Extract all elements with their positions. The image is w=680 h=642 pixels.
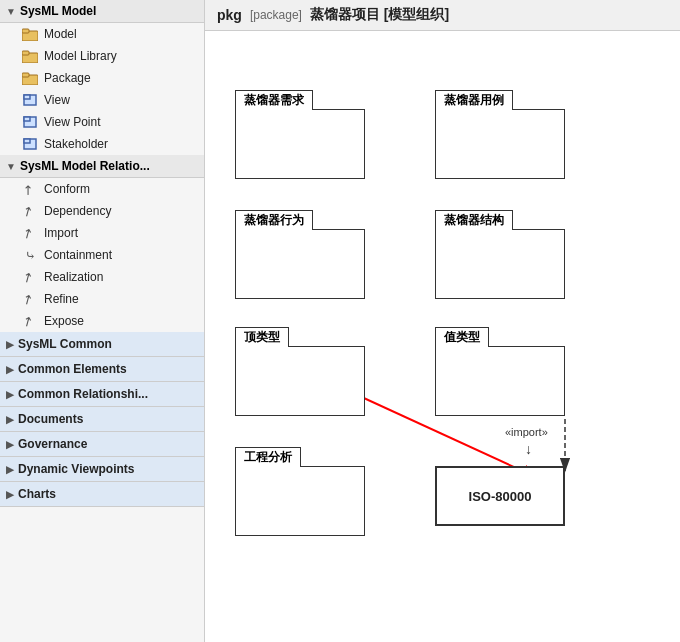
svg-rect-5 <box>22 73 29 77</box>
sidebar-item-containment-label: Containment <box>44 248 112 262</box>
sidebar-item-model[interactable]: Model <box>0 23 204 45</box>
svg-rect-3 <box>22 51 29 55</box>
pkg-box-iso[interactable]: ISO-80000 <box>435 466 565 526</box>
sidebar-section-sysml-model[interactable]: ▼ SysML Model <box>0 0 204 23</box>
folder-icon-2 <box>22 48 38 64</box>
sidebar-item-realization[interactable]: ↗ Realization <box>0 266 204 288</box>
import-arrow-symbol: ↓ <box>525 441 532 457</box>
sidebar-section-sysml-common[interactable]: ▶ SysML Common <box>0 332 204 357</box>
header-pkg-keyword: pkg <box>217 7 242 23</box>
sidebar-section-common-relationships[interactable]: ▶ Common Relationshi... <box>0 382 204 407</box>
section-arrow-charts: ▶ <box>6 489 14 500</box>
sidebar-item-stakeholder[interactable]: Stakeholder <box>0 133 204 155</box>
section-arrow-relationships: ▶ <box>6 389 14 400</box>
sidebar-item-viewpoint[interactable]: View Point <box>0 111 204 133</box>
section-arrow-dynamic: ▶ <box>6 464 14 475</box>
pkg-iso-label: ISO-80000 <box>469 489 532 504</box>
sidebar-item-import[interactable]: ↗ Import <box>0 222 204 244</box>
pkg-tab-dlx: 顶类型 <box>235 327 289 347</box>
pkg-tab-gcfx: 工程分析 <box>235 447 301 467</box>
pkg-tab-zlx: 值类型 <box>435 327 489 347</box>
arrow-icon-containment: ⤷ <box>22 247 38 263</box>
header-pkg-title: 蒸馏器项目 [模型组织] <box>310 6 449 24</box>
sidebar-section-relations[interactable]: ▼ SysML Model Relatio... <box>0 155 204 178</box>
pkg-box-zlx[interactable]: 值类型 <box>435 346 565 416</box>
sidebar-item-realization-label: Realization <box>44 270 103 284</box>
sidebar-section-common-relationships-label: Common Relationshi... <box>18 387 148 401</box>
svg-rect-1 <box>22 29 29 33</box>
arrow-icon-conform: ↗ <box>19 178 42 201</box>
sidebar-item-containment[interactable]: ⤷ Containment <box>0 244 204 266</box>
section-arrow-elements: ▶ <box>6 364 14 375</box>
sidebar-item-model-library[interactable]: Model Library <box>0 45 204 67</box>
section-arrow-governance: ▶ <box>6 439 14 450</box>
pkg-tab-jg: 蒸馏器结构 <box>435 210 513 230</box>
pkg-box-jg[interactable]: 蒸馏器结构 <box>435 229 565 299</box>
sidebar-section-dynamic-viewpoints[interactable]: ▶ Dynamic Viewpoints <box>0 457 204 482</box>
rect-icon-stakeholder <box>22 136 38 152</box>
sidebar-item-import-label: Import <box>44 226 78 240</box>
sidebar-item-view[interactable]: View <box>0 89 204 111</box>
sidebar-item-expose-label: Expose <box>44 314 84 328</box>
main-area: pkg [package] 蒸馏器项目 [模型组织] <box>205 0 680 642</box>
sidebar: ▼ SysML Model Model Model Library Packag… <box>0 0 205 642</box>
sidebar-item-expose[interactable]: ↗ Expose <box>0 310 204 332</box>
svg-rect-9 <box>24 117 30 121</box>
diagram-canvas: 蒸馏器需求 蒸馏器用例 蒸馏器行为 蒸馏器结构 顶类型 <box>205 31 680 642</box>
section-arrow-relations: ▼ <box>6 161 16 172</box>
section-arrow-common: ▶ <box>6 339 14 350</box>
header-pkg-bracket: [package] <box>250 8 302 22</box>
pkg-box-dlx[interactable]: 顶类型 <box>235 346 365 416</box>
sidebar-section-charts[interactable]: ▶ Charts <box>0 482 204 507</box>
arrow-icon-expose: ↗ <box>19 310 41 332</box>
svg-rect-7 <box>24 95 30 99</box>
sidebar-section-sysml-common-label: SysML Common <box>18 337 112 351</box>
arrow-icon-realization: ↗ <box>19 266 41 288</box>
sidebar-item-model-library-label: Model Library <box>44 49 117 63</box>
pkg-tab-xq: 蒸馏器需求 <box>235 90 313 110</box>
pkg-tab-yl: 蒸馏器用例 <box>435 90 513 110</box>
pkg-box-xw[interactable]: 蒸馏器行为 <box>235 229 365 299</box>
sidebar-section-charts-label: Charts <box>18 487 56 501</box>
sidebar-item-conform[interactable]: ↗ Conform <box>0 178 204 200</box>
sidebar-section-documents[interactable]: ▶ Documents <box>0 407 204 432</box>
rect-icon-view <box>22 92 38 108</box>
section-arrow-sysml-model: ▼ <box>6 6 16 17</box>
sidebar-item-dependency[interactable]: ↗ Dependency <box>0 200 204 222</box>
sidebar-item-package[interactable]: Package <box>0 67 204 89</box>
sidebar-section-common-elements-label: Common Elements <box>18 362 127 376</box>
pkg-box-yl[interactable]: 蒸馏器用例 <box>435 109 565 179</box>
import-stereotype-label: «import» <box>505 426 548 438</box>
sidebar-item-refine[interactable]: ↗ Refine <box>0 288 204 310</box>
pkg-tab-xw: 蒸馏器行为 <box>235 210 313 230</box>
diagram-header: pkg [package] 蒸馏器项目 [模型组织] <box>205 0 680 31</box>
sidebar-item-view-label: View <box>44 93 70 107</box>
arrow-icon-refine: ↗ <box>19 288 41 310</box>
sidebar-item-model-label: Model <box>44 27 77 41</box>
folder-icon-3 <box>22 70 38 86</box>
sidebar-item-stakeholder-label: Stakeholder <box>44 137 108 151</box>
sidebar-section-relations-label: SysML Model Relatio... <box>20 159 150 173</box>
folder-icon <box>22 26 38 42</box>
sidebar-section-common-elements[interactable]: ▶ Common Elements <box>0 357 204 382</box>
sidebar-section-documents-label: Documents <box>18 412 83 426</box>
rect-icon-viewpoint <box>22 114 38 130</box>
sidebar-item-refine-label: Refine <box>44 292 79 306</box>
sidebar-section-governance-label: Governance <box>18 437 87 451</box>
sidebar-section-dynamic-viewpoints-label: Dynamic Viewpoints <box>18 462 134 476</box>
sidebar-item-viewpoint-label: View Point <box>44 115 100 129</box>
arrow-icon-dependency: ↗ <box>19 200 41 222</box>
sidebar-item-conform-label: Conform <box>44 182 90 196</box>
pkg-box-gcfx[interactable]: 工程分析 <box>235 466 365 536</box>
section-arrow-documents: ▶ <box>6 414 14 425</box>
sidebar-section-governance[interactable]: ▶ Governance <box>0 432 204 457</box>
sidebar-item-package-label: Package <box>44 71 91 85</box>
sidebar-section-sysml-model-label: SysML Model <box>20 4 96 18</box>
sidebar-item-dependency-label: Dependency <box>44 204 111 218</box>
svg-rect-11 <box>24 139 30 143</box>
pkg-box-xq[interactable]: 蒸馏器需求 <box>235 109 365 179</box>
arrow-icon-import: ↗ <box>19 222 41 244</box>
